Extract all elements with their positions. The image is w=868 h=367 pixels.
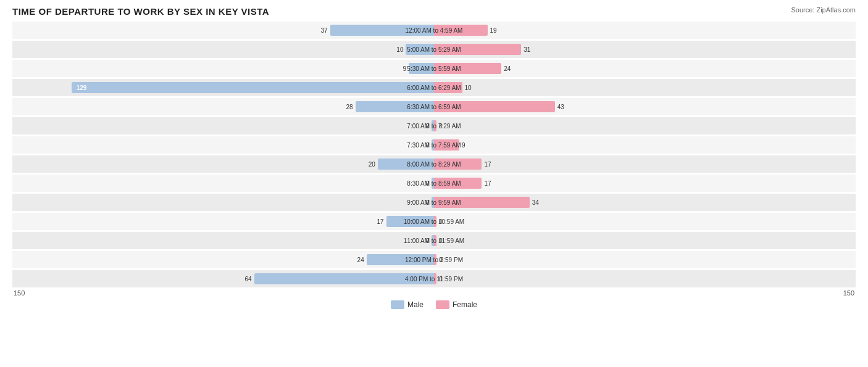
- male-bar: 129: [72, 82, 434, 93]
- left-section: 37: [12, 22, 434, 39]
- left-section: 20: [12, 155, 434, 173]
- legend-female: Female: [436, 300, 477, 309]
- right-section: 0: [434, 213, 856, 230]
- female-bar: [434, 216, 436, 227]
- male-value: 0: [417, 237, 429, 244]
- female-bar: [434, 178, 482, 189]
- female-value: 17: [484, 161, 496, 168]
- female-value: 10: [465, 85, 477, 91]
- female-value: 24: [504, 65, 516, 72]
- male-value: 28: [341, 104, 353, 110]
- bar-row: 0 9:00 AM to 9:59 AM 34: [12, 194, 856, 211]
- female-value: 19: [490, 27, 503, 34]
- legend-male: Male: [391, 300, 424, 309]
- bar-row: 129 6:00 AM to 6:29 AM 10: [12, 79, 856, 96]
- bar-row: 64 4:00 PM to 11:59 PM 0: [12, 270, 856, 287]
- bar-row: 0 7:30 AM to 7:59 AM 9: [12, 136, 856, 154]
- legend-row: Male Female: [12, 300, 856, 309]
- title-row: TIME OF DEPARTURE TO WORK BY SEX IN KEY …: [12, 6, 856, 17]
- axis-left-label: 150: [14, 289, 25, 297]
- bars-area: 37 12:00 AM to 4:59 AM 19 10 5:00 AM to …: [12, 22, 856, 287]
- female-bar: [434, 44, 521, 55]
- female-value: 0: [439, 257, 451, 263]
- female-value: 0: [439, 123, 451, 130]
- bottom-axis: 150 150: [12, 289, 856, 297]
- left-section: 0: [12, 117, 434, 134]
- female-swatch: [436, 300, 449, 309]
- male-bar: [330, 25, 434, 36]
- bar-row: 20 8:00 AM to 8:29 AM 17: [12, 155, 856, 173]
- male-value: 24: [352, 257, 364, 263]
- male-value: 37: [315, 27, 328, 34]
- right-section: 0: [434, 251, 856, 268]
- female-label: Female: [453, 300, 477, 309]
- right-section: 34: [434, 194, 856, 211]
- right-section: 0: [434, 270, 856, 287]
- right-section: 0: [434, 117, 856, 134]
- left-section: 0: [12, 232, 434, 249]
- female-value: 34: [532, 199, 545, 206]
- bar-row: 37 12:00 AM to 4:59 AM 19: [12, 22, 856, 39]
- source-text: Source: ZipAtlas.com: [791, 6, 856, 14]
- bar-row: 0 7:00 AM to 7:29 AM 0: [12, 117, 856, 134]
- male-value: 0: [417, 123, 429, 130]
- female-bar: [434, 25, 488, 36]
- male-swatch: [391, 300, 404, 309]
- female-value: 9: [462, 142, 474, 149]
- right-section: 17: [434, 175, 856, 192]
- left-section: 0: [12, 194, 434, 211]
- bar-row: 28 6:30 AM to 6:59 AM 43: [12, 98, 856, 115]
- right-section: 0: [434, 232, 856, 249]
- right-section: 24: [434, 60, 856, 77]
- female-value: 0: [439, 218, 451, 225]
- male-bar: [406, 44, 434, 55]
- male-value: 0: [417, 180, 429, 187]
- left-section: 0: [12, 175, 434, 192]
- left-section: 28: [12, 98, 434, 115]
- bar-row: 24 12:00 PM to 3:59 PM 0: [12, 251, 856, 268]
- female-bar: [434, 101, 555, 112]
- left-section: 17: [12, 213, 434, 230]
- male-bar: [409, 63, 434, 74]
- left-section: 24: [12, 251, 434, 268]
- bar-row: 9 5:30 AM to 5:59 AM 24: [12, 60, 856, 77]
- right-section: 9: [434, 136, 856, 154]
- female-value: 43: [557, 104, 570, 110]
- bar-row: 0 11:00 AM to 11:59 AM 0: [12, 232, 856, 249]
- bar-row: 0 8:30 AM to 8:59 AM 17: [12, 175, 856, 192]
- female-value: 0: [439, 237, 451, 244]
- right-section: 19: [434, 22, 856, 39]
- female-value: 17: [484, 180, 496, 187]
- left-section: 129: [12, 79, 434, 96]
- left-section: 0: [12, 136, 434, 154]
- right-section: 10: [434, 79, 856, 96]
- male-value: 10: [391, 46, 403, 53]
- chart-title: TIME OF DEPARTURE TO WORK BY SEX IN KEY …: [12, 6, 269, 17]
- left-section: 10: [12, 41, 434, 58]
- female-bar: [434, 254, 436, 265]
- left-section: 9: [12, 60, 434, 77]
- right-section: 31: [434, 41, 856, 58]
- female-bar: [434, 273, 436, 284]
- male-special-label: 129: [74, 85, 90, 91]
- female-value: 0: [439, 276, 451, 282]
- female-bar: [434, 82, 462, 93]
- female-bar: [434, 120, 436, 131]
- axis-right-label: 150: [843, 289, 854, 297]
- female-bar: [434, 159, 482, 170]
- male-bar: [386, 216, 434, 227]
- male-value: 17: [372, 218, 384, 225]
- male-bar: [378, 159, 434, 170]
- male-label: Male: [407, 300, 424, 309]
- male-bar: [367, 254, 434, 265]
- female-value: 31: [524, 46, 536, 53]
- right-section: 17: [434, 155, 856, 173]
- male-value: 0: [417, 199, 429, 206]
- male-bar: [356, 101, 434, 112]
- right-section: 43: [434, 98, 856, 115]
- female-bar: [434, 63, 501, 74]
- bar-row: 10 5:00 AM to 5:29 AM 31: [12, 41, 856, 58]
- left-section: 64: [12, 270, 434, 287]
- male-value: 9: [394, 65, 406, 72]
- bar-row: 17 10:00 AM to 10:59 AM 0: [12, 213, 856, 230]
